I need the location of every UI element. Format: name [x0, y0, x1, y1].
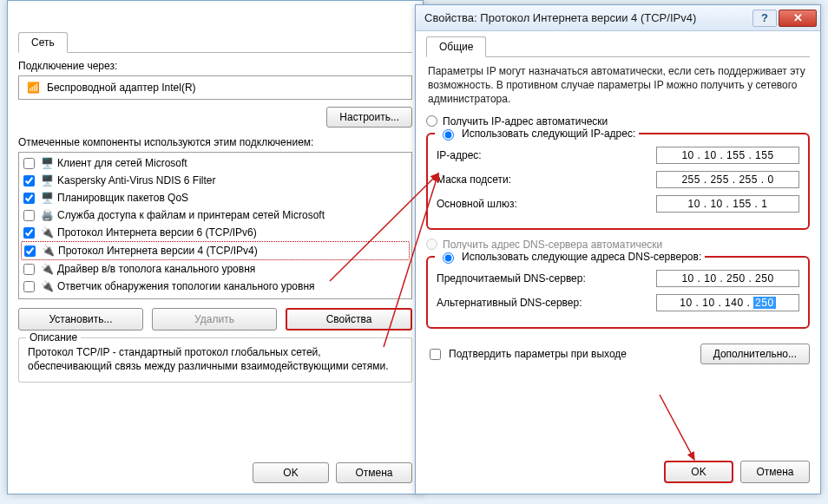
window-title: Свойства: Протокол Интернета версии 4 (T…	[424, 11, 696, 24]
cancel-button[interactable]: Отмена	[740, 461, 810, 483]
gateway-input[interactable]: 10 . 10 . 155 . 1	[656, 195, 799, 213]
item-label: Клиент для сетей Microsoft	[57, 157, 187, 169]
ip-auto-label: Получить IP-адрес автоматически	[443, 115, 608, 128]
dns-selection: 250	[753, 297, 776, 309]
description-text: Протокол TCP/IP - стандартный протокол г…	[28, 345, 403, 373]
alternate-dns-input[interactable]: 10 . 10 . 140 . 250	[656, 294, 799, 311]
install-button[interactable]: Установить...	[18, 308, 143, 331]
list-item-ipv4[interactable]: 🔌Протокол Интернета версии 4 (TCP/IPv4)	[21, 241, 410, 260]
item-checkbox[interactable]	[23, 227, 35, 239]
list-item[interactable]: 🖥️Клиент для сетей Microsoft	[21, 154, 410, 172]
adapter-box[interactable]: 📶 Беспроводной адаптер Intel(R)	[18, 75, 412, 100]
item-label: Служба доступа к файлам и принтерам сете…	[57, 209, 325, 221]
description-title: Описание	[26, 331, 81, 344]
filter-icon: 🖥️	[40, 173, 54, 187]
item-checkbox[interactable]	[23, 158, 35, 169]
connect-via-label: Подключение через:	[18, 60, 412, 72]
item-checkbox[interactable]	[23, 264, 35, 275]
confirm-on-exit-row[interactable]: Подтвердить параметры при выходе	[426, 346, 627, 363]
tab-general[interactable]: Общие	[426, 36, 486, 57]
item-checkbox[interactable]	[24, 245, 36, 257]
dns-manual-group: Использовать следующие адреса DNS-сервер…	[426, 256, 810, 329]
item-label: Протокол Интернета версии 4 (TCP/IPv4)	[58, 245, 258, 257]
properties-button[interactable]: Свойства	[286, 308, 412, 331]
network-properties-window: Сеть Подключение через: 📶 Беспроводной а…	[7, 0, 424, 494]
configure-button[interactable]: Настроить...	[326, 107, 412, 128]
item-label: Kaspersky Anti-Virus NDIS 6 Filter	[57, 174, 216, 187]
item-label: Планировщик пакетов QoS	[57, 192, 188, 204]
share-icon: 🖨️	[40, 208, 54, 222]
ip-auto-radio-row[interactable]: Получить IP-адрес автоматически	[426, 115, 810, 128]
item-label: Драйвер в/в тополога канального уровня	[57, 263, 255, 275]
components-list[interactable]: 🖥️Клиент для сетей Microsoft 🖥️Kaspersky…	[18, 152, 412, 299]
qos-icon: 🖥️	[40, 191, 54, 205]
responder-icon: 🔌	[40, 279, 54, 293]
dns-auto-radio	[426, 239, 437, 250]
ip-auto-radio[interactable]	[426, 115, 437, 127]
confirm-on-exit-label: Подтвердить параметры при выходе	[449, 348, 627, 360]
client-icon: 🖥️	[40, 156, 54, 170]
subnet-mask-input[interactable]: 255 . 255 . 255 . 0	[656, 171, 799, 188]
dialog-buttons: OK Отмена	[8, 455, 423, 490]
dialog-buttons: OK Отмена	[416, 454, 820, 490]
components-label: Отмеченные компоненты используются этим …	[18, 136, 412, 148]
list-item[interactable]: 🖥️Планировщик пакетов QoS	[21, 189, 410, 206]
item-checkbox[interactable]	[23, 210, 35, 221]
list-item[interactable]: 🔌Драйвер в/в тополога канального уровня	[21, 260, 410, 278]
ipv4-properties-window: Свойства: Протокол Интернета версии 4 (T…	[415, 4, 821, 494]
ip-address-input[interactable]: 10 . 10 . 155 . 155	[656, 147, 799, 164]
alternate-dns-label: Альтернативный DNS-сервер:	[437, 297, 582, 309]
close-button[interactable]: ✕	[779, 10, 817, 27]
subnet-mask-label: Маска подсети:	[437, 173, 511, 186]
ip-manual-radio[interactable]	[443, 129, 454, 141]
cancel-button[interactable]: Отмена	[336, 462, 412, 483]
item-checkbox[interactable]	[23, 193, 35, 204]
item-label: Протокол Интернета версии 6 (TCP/IPv6)	[57, 226, 257, 239]
list-item[interactable]: 🖥️Kaspersky Anti-Virus NDIS 6 Filter	[21, 172, 410, 189]
dns-auto-label: Получить адрес DNS-сервера автоматически	[443, 239, 662, 251]
ok-button[interactable]: OK	[253, 462, 329, 483]
list-item[interactable]: 🖨️Служба доступа к файлам и принтерам се…	[21, 206, 410, 224]
ip-address-label: IP-адрес:	[437, 149, 482, 161]
tab-strip: Сеть	[18, 32, 412, 53]
tab-network[interactable]: Сеть	[18, 32, 68, 53]
preferred-dns-input[interactable]: 10 . 10 . 250 . 250	[656, 270, 799, 287]
item-checkbox[interactable]	[23, 281, 35, 292]
remove-button: Удалить	[152, 308, 277, 331]
item-checkbox[interactable]	[23, 175, 35, 187]
dns-manual-radio[interactable]	[443, 252, 454, 264]
protocol-icon: 🔌	[41, 244, 55, 258]
help-button[interactable]: ?	[752, 10, 777, 27]
list-item[interactable]: 🔌Протокол Интернета версии 6 (TCP/IPv6)	[21, 224, 410, 241]
adapter-name: Беспроводной адаптер Intel(R)	[47, 82, 196, 94]
adapter-icon: 📶	[26, 81, 40, 95]
tab-strip: Общие	[426, 36, 810, 57]
list-item[interactable]: 🔌Ответчик обнаружения топологии канально…	[21, 278, 410, 295]
ip-manual-group: Использовать следующий IP-адрес: IP-адре…	[426, 133, 810, 230]
item-label: Ответчик обнаружения топологии канальног…	[57, 280, 315, 292]
preferred-dns-label: Предпочитаемый DNS-сервер:	[437, 272, 586, 285]
titlebar[interactable]: Свойства: Протокол Интернета версии 4 (T…	[416, 5, 820, 31]
driver-icon: 🔌	[40, 262, 54, 276]
description-box: Описание Протокол TCP/IP - стандартный п…	[18, 337, 412, 383]
advanced-button[interactable]: Дополнительно...	[700, 344, 810, 364]
intro-text: Параметры IP могут назначаться автоматич…	[428, 64, 808, 107]
gateway-label: Основной шлюз:	[437, 198, 517, 210]
confirm-on-exit-checkbox[interactable]	[430, 349, 441, 360]
ok-button[interactable]: OK	[664, 461, 733, 483]
protocol-icon: 🔌	[40, 226, 54, 239]
dns-manual-label: Использовать следующие адреса DNS-сервер…	[462, 251, 701, 263]
dns-auto-radio-row: Получить адрес DNS-сервера автоматически	[426, 239, 810, 251]
ip-manual-label: Использовать следующий IP-адрес:	[462, 128, 635, 140]
